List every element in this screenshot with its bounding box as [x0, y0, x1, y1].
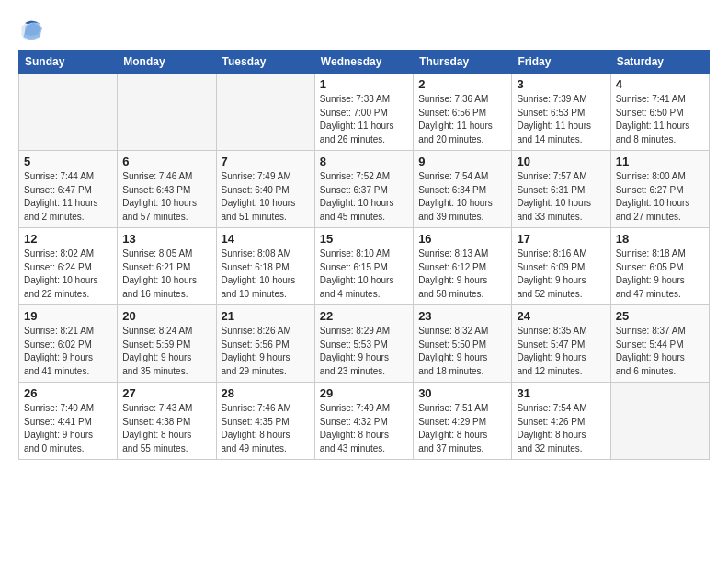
day-number: 13	[122, 232, 210, 246]
day-number: 30	[418, 386, 506, 400]
day-number: 27	[122, 386, 210, 400]
day-info: Sunrise: 8:29 AM Sunset: 5:53 PM Dayligh…	[320, 325, 408, 378]
day-info: Sunrise: 8:35 AM Sunset: 5:47 PM Dayligh…	[517, 325, 605, 378]
day-number: 8	[320, 155, 408, 168]
day-info: Sunrise: 7:33 AM Sunset: 7:00 PM Dayligh…	[320, 93, 408, 146]
calendar-header-row: SundayMondayTuesdayWednesdayThursdayFrid…	[19, 51, 710, 74]
calendar-week-row: 26Sunrise: 7:40 AM Sunset: 4:41 PM Dayli…	[19, 383, 710, 460]
day-number: 3	[517, 77, 605, 91]
day-number: 19	[24, 309, 112, 323]
day-number: 14	[222, 232, 310, 246]
day-number: 5	[24, 155, 112, 168]
calendar-cell: 10Sunrise: 7:57 AM Sunset: 6:31 PM Dayli…	[512, 151, 610, 228]
day-number: 25	[616, 309, 704, 323]
day-info: Sunrise: 8:08 AM Sunset: 6:18 PM Dayligh…	[222, 247, 310, 301]
day-info: Sunrise: 7:54 AM Sunset: 4:26 PM Dayligh…	[517, 402, 605, 455]
calendar-cell: 24Sunrise: 8:35 AM Sunset: 5:47 PM Dayli…	[512, 305, 610, 383]
calendar-week-row: 5Sunrise: 7:44 AM Sunset: 6:47 PM Daylig…	[19, 151, 710, 228]
day-number: 4	[616, 77, 704, 91]
calendar-cell: 8Sunrise: 7:52 AM Sunset: 6:37 PM Daylig…	[314, 151, 413, 228]
day-info: Sunrise: 7:49 AM Sunset: 4:32 PM Dayligh…	[320, 402, 408, 455]
day-info: Sunrise: 8:00 AM Sunset: 6:27 PM Dayligh…	[616, 170, 704, 224]
calendar-cell: 26Sunrise: 7:40 AM Sunset: 4:41 PM Dayli…	[19, 383, 118, 460]
calendar-cell: 22Sunrise: 8:29 AM Sunset: 5:53 PM Dayli…	[314, 305, 413, 383]
day-info: Sunrise: 8:37 AM Sunset: 5:44 PM Dayligh…	[616, 325, 704, 378]
day-number: 1	[320, 77, 408, 91]
day-info: Sunrise: 7:54 AM Sunset: 6:34 PM Dayligh…	[418, 170, 506, 224]
calendar-cell	[610, 383, 709, 460]
day-number: 7	[222, 155, 310, 168]
calendar-week-row: 1Sunrise: 7:33 AM Sunset: 7:00 PM Daylig…	[19, 74, 710, 151]
weekday-header: Monday	[118, 51, 216, 74]
day-info: Sunrise: 7:43 AM Sunset: 4:38 PM Dayligh…	[122, 402, 210, 455]
weekday-header: Tuesday	[216, 51, 314, 74]
logo-icon	[18, 17, 44, 42]
calendar-cell: 6Sunrise: 7:46 AM Sunset: 6:43 PM Daylig…	[118, 151, 216, 228]
calendar-cell: 23Sunrise: 8:32 AM Sunset: 5:50 PM Dayli…	[414, 305, 512, 383]
day-info: Sunrise: 7:39 AM Sunset: 6:53 PM Dayligh…	[517, 93, 605, 146]
calendar-cell: 3Sunrise: 7:39 AM Sunset: 6:53 PM Daylig…	[512, 74, 610, 151]
day-number: 31	[517, 386, 605, 400]
day-info: Sunrise: 8:02 AM Sunset: 6:24 PM Dayligh…	[24, 247, 112, 301]
calendar-cell: 13Sunrise: 8:05 AM Sunset: 6:21 PM Dayli…	[118, 228, 216, 305]
calendar-cell: 7Sunrise: 7:49 AM Sunset: 6:40 PM Daylig…	[216, 151, 314, 228]
day-info: Sunrise: 8:21 AM Sunset: 6:02 PM Dayligh…	[24, 325, 112, 378]
calendar-cell: 4Sunrise: 7:41 AM Sunset: 6:50 PM Daylig…	[610, 74, 709, 151]
day-number: 12	[24, 232, 112, 246]
day-info: Sunrise: 8:18 AM Sunset: 6:05 PM Dayligh…	[616, 247, 704, 301]
day-info: Sunrise: 7:57 AM Sunset: 6:31 PM Dayligh…	[517, 170, 605, 224]
calendar-cell: 21Sunrise: 8:26 AM Sunset: 5:56 PM Dayli…	[216, 305, 314, 383]
day-info: Sunrise: 7:40 AM Sunset: 4:41 PM Dayligh…	[24, 402, 112, 455]
day-number: 2	[418, 77, 506, 91]
calendar-cell: 14Sunrise: 8:08 AM Sunset: 6:18 PM Dayli…	[216, 228, 314, 305]
day-number: 24	[517, 309, 605, 323]
calendar-week-row: 19Sunrise: 8:21 AM Sunset: 6:02 PM Dayli…	[19, 305, 710, 383]
day-info: Sunrise: 7:41 AM Sunset: 6:50 PM Dayligh…	[616, 93, 704, 146]
day-info: Sunrise: 7:46 AM Sunset: 4:35 PM Dayligh…	[222, 402, 310, 455]
day-number: 28	[222, 386, 310, 400]
day-number: 16	[418, 232, 506, 246]
calendar-cell: 29Sunrise: 7:49 AM Sunset: 4:32 PM Dayli…	[314, 383, 413, 460]
calendar-cell: 18Sunrise: 8:18 AM Sunset: 6:05 PM Dayli…	[610, 228, 709, 305]
day-number: 26	[24, 386, 112, 400]
calendar-cell: 31Sunrise: 7:54 AM Sunset: 4:26 PM Dayli…	[512, 383, 610, 460]
calendar-cell: 2Sunrise: 7:36 AM Sunset: 6:56 PM Daylig…	[414, 74, 512, 151]
calendar-cell: 19Sunrise: 8:21 AM Sunset: 6:02 PM Dayli…	[19, 305, 118, 383]
calendar-cell: 1Sunrise: 7:33 AM Sunset: 7:00 PM Daylig…	[314, 74, 413, 151]
day-info: Sunrise: 7:51 AM Sunset: 4:29 PM Dayligh…	[418, 402, 506, 455]
logo	[18, 17, 48, 42]
day-number: 9	[418, 155, 506, 168]
day-number: 11	[616, 155, 704, 168]
day-info: Sunrise: 8:05 AM Sunset: 6:21 PM Dayligh…	[122, 247, 210, 301]
calendar-cell: 27Sunrise: 7:43 AM Sunset: 4:38 PM Dayli…	[118, 383, 216, 460]
calendar-cell: 15Sunrise: 8:10 AM Sunset: 6:15 PM Dayli…	[314, 228, 413, 305]
day-number: 22	[320, 309, 408, 323]
calendar-cell: 9Sunrise: 7:54 AM Sunset: 6:34 PM Daylig…	[414, 151, 512, 228]
day-number: 23	[418, 309, 506, 323]
day-number: 15	[320, 232, 408, 246]
weekday-header: Saturday	[610, 51, 709, 74]
calendar-cell: 17Sunrise: 8:16 AM Sunset: 6:09 PM Dayli…	[512, 228, 610, 305]
day-number: 10	[517, 155, 605, 168]
day-number: 21	[222, 309, 310, 323]
day-info: Sunrise: 7:36 AM Sunset: 6:56 PM Dayligh…	[418, 93, 506, 146]
calendar-cell: 20Sunrise: 8:24 AM Sunset: 5:59 PM Dayli…	[118, 305, 216, 383]
day-number: 29	[320, 386, 408, 400]
calendar-cell: 30Sunrise: 7:51 AM Sunset: 4:29 PM Dayli…	[414, 383, 512, 460]
calendar-cell: 11Sunrise: 8:00 AM Sunset: 6:27 PM Dayli…	[610, 151, 709, 228]
calendar-cell	[118, 74, 216, 151]
day-info: Sunrise: 7:49 AM Sunset: 6:40 PM Dayligh…	[222, 170, 310, 224]
calendar: SundayMondayTuesdayWednesdayThursdayFrid…	[18, 50, 710, 460]
day-info: Sunrise: 8:13 AM Sunset: 6:12 PM Dayligh…	[418, 247, 506, 301]
day-info: Sunrise: 8:32 AM Sunset: 5:50 PM Dayligh…	[418, 325, 506, 378]
calendar-cell: 16Sunrise: 8:13 AM Sunset: 6:12 PM Dayli…	[414, 228, 512, 305]
page-header	[18, 17, 710, 42]
day-info: Sunrise: 8:26 AM Sunset: 5:56 PM Dayligh…	[222, 325, 310, 378]
day-number: 6	[122, 155, 210, 168]
day-info: Sunrise: 8:10 AM Sunset: 6:15 PM Dayligh…	[320, 247, 408, 301]
day-number: 18	[616, 232, 704, 246]
day-info: Sunrise: 7:44 AM Sunset: 6:47 PM Dayligh…	[24, 170, 112, 224]
weekday-header: Friday	[512, 51, 610, 74]
day-info: Sunrise: 7:46 AM Sunset: 6:43 PM Dayligh…	[122, 170, 210, 224]
calendar-week-row: 12Sunrise: 8:02 AM Sunset: 6:24 PM Dayli…	[19, 228, 710, 305]
